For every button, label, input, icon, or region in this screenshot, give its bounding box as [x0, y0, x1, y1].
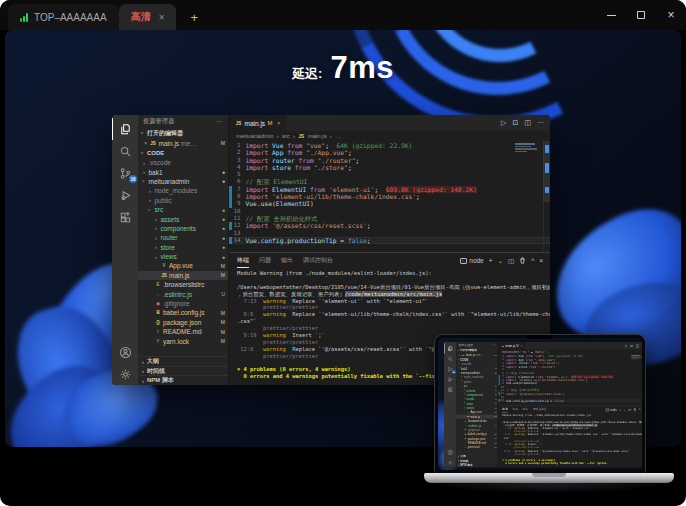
tree-item-assets[interactable]: ›assets● — [138, 214, 228, 223]
open-output-icon[interactable]: ⊡ — [513, 119, 519, 127]
breadcrumb[interactable]: meituanadmin › src › JS main.js › … — [498, 349, 642, 354]
run-file-icon[interactable]: ▷ — [625, 344, 628, 348]
source-control-icon[interactable]: 16 — [112, 162, 138, 184]
tree-item-main.js[interactable]: JSmain.jsM — [456, 414, 498, 418]
tab-debug-console[interactable]: 调试控制台 — [303, 253, 333, 268]
tree-item-public[interactable]: ›public — [456, 379, 498, 383]
tree-item-.vscode[interactable]: ›.vscode — [138, 158, 228, 167]
close-tab-icon[interactable]: × — [521, 344, 523, 347]
explorer-icon[interactable] — [444, 343, 456, 353]
open-output-icon[interactable]: ⊡ — [630, 344, 633, 348]
close-tab-icon[interactable]: × — [159, 12, 165, 23]
editor-tab-main-js[interactable]: JS main.js M × — [498, 342, 525, 349]
tree-item-assets[interactable]: ›assets● — [456, 388, 498, 392]
tree-item-.eslintrc.js[interactable]: ○.eslintrc.jsU — [456, 423, 498, 427]
tree-item-src[interactable]: ›src● — [138, 205, 228, 214]
terminal-dropdown-icon[interactable]: ⌄ — [498, 257, 503, 265]
tree-item-meituanadmin[interactable]: ›meituanadmin● — [456, 371, 498, 375]
close-editor-icon[interactable]: × — [144, 140, 148, 146]
tree-item-views[interactable]: ›views● — [138, 252, 228, 261]
new-tab-button[interactable]: + — [190, 11, 198, 24]
tree-item-App.vue[interactable]: VApp.vueM — [456, 410, 498, 414]
tree-item-yarn.lock[interactable]: Yyarn.lockM — [138, 336, 228, 345]
tree-item-node_modules[interactable]: ›node_modules — [456, 375, 498, 379]
tree-item-package.json[interactable]: {}package.jsonM — [456, 436, 498, 440]
split-editor-icon[interactable]: ◫ — [636, 344, 639, 348]
tree-item-.gitignore[interactable]: ◆.gitignore — [138, 299, 228, 308]
settings-gear-icon[interactable] — [112, 363, 138, 385]
run-debug-icon[interactable] — [112, 184, 138, 206]
minimize-button[interactable] — [596, 0, 626, 30]
tab-debug-console[interactable]: 调试控制台 — [533, 406, 547, 413]
tree-item-babel.config.js[interactable]: Bbabel.config.jsM — [456, 432, 498, 436]
search-icon[interactable] — [112, 140, 138, 162]
tree-item-router[interactable]: ›router● — [456, 397, 498, 401]
close-panel-icon[interactable]: × — [539, 257, 543, 264]
npm-scripts-section[interactable]: › NPM 脚本 — [456, 463, 498, 467]
account-icon[interactable] — [112, 341, 138, 363]
tree-item-meituanadmin[interactable]: ›meituanadmin● — [138, 177, 228, 186]
extensions-icon[interactable] — [112, 206, 138, 228]
split-terminal-icon[interactable]: ◫ — [628, 408, 631, 412]
tree-item-components[interactable]: ›components● — [138, 224, 228, 233]
new-terminal-icon[interactable]: + — [489, 257, 493, 264]
source-control-icon[interactable]: 16 — [444, 364, 456, 374]
tree-item-views[interactable]: ›views● — [456, 406, 498, 410]
tab-problems[interactable]: 问题 — [259, 253, 271, 268]
open-editors-section[interactable]: › 打开的编辑器 — [138, 128, 228, 138]
tree-item-store[interactable]: ›store● — [456, 401, 498, 405]
tree-item-README.md[interactable]: iREADME.mdM — [138, 327, 228, 336]
workspace-root[interactable]: › CODE — [138, 148, 228, 158]
tree-item-router[interactable]: ›router● — [138, 233, 228, 242]
tree-item-.browserslistrc[interactable]: E.browserslistrc — [138, 280, 228, 289]
workspace-root[interactable]: › CODE — [456, 357, 498, 362]
tree-item-public[interactable]: ›public — [138, 196, 228, 205]
close-window-button[interactable]: × — [656, 0, 686, 30]
search-icon[interactable] — [444, 354, 456, 364]
code-editor[interactable]: 1import Vue from "vue"; 64K (gzipped: 22… — [229, 141, 550, 252]
terminal-output[interactable]: Module Warning (from ./node_modules/esli… — [498, 413, 642, 467]
kill-terminal-icon[interactable] — [633, 408, 636, 412]
open-editor-main-js[interactable]: × JS main.js me… M — [456, 353, 498, 358]
timeline-section[interactable]: › 时间线 — [456, 459, 498, 463]
tree-item-.eslintrc.js[interactable]: ○.eslintrc.jsU — [138, 289, 228, 298]
explorer-more-icon[interactable]: ⋯ — [492, 343, 495, 347]
open-editors-section[interactable]: › 打开的编辑器 — [456, 348, 498, 353]
split-terminal-icon[interactable]: ◫ — [508, 257, 514, 265]
quality-tab[interactable]: 高清 × — [119, 4, 177, 30]
explorer-icon[interactable] — [112, 118, 138, 140]
tree-item-babel.config.js[interactable]: Bbabel.config.jsM — [138, 308, 228, 317]
maximize-panel-icon[interactable]: ^ — [531, 257, 534, 264]
maximize-button[interactable] — [626, 0, 656, 30]
timeline-section[interactable]: › 时间线 — [138, 366, 228, 376]
run-debug-icon[interactable] — [444, 374, 456, 384]
code-editor[interactable]: 1import Vue from "vue"; 64K (gzipped: 22… — [498, 354, 642, 406]
tree-item-.browserslistrc[interactable]: E.browserslistrc — [456, 419, 498, 423]
editor-scrollbar[interactable] — [543, 141, 550, 202]
tree-item-App.vue[interactable]: VApp.vueM — [138, 261, 228, 270]
open-editor-main-js[interactable]: × JS main.js me… M — [138, 138, 228, 148]
split-editor-icon[interactable]: ◫ — [524, 119, 531, 127]
close-tab-icon[interactable]: × — [277, 120, 281, 126]
shell-selector[interactable]: ›_ node — [460, 257, 483, 264]
maximize-panel-icon[interactable]: ^ — [639, 408, 640, 411]
minimap[interactable] — [515, 143, 541, 153]
extensions-icon[interactable] — [444, 384, 456, 394]
close-editor-icon[interactable]: × — [459, 354, 461, 357]
breadcrumb[interactable]: meituanadmin › src › JS main.js › … — [229, 131, 550, 141]
tab-terminal[interactable]: 终端 — [237, 253, 249, 268]
run-file-icon[interactable]: ▷ — [501, 119, 506, 127]
tree-item-main.js[interactable]: JSmain.jsM — [138, 271, 228, 280]
minimap[interactable] — [631, 355, 642, 360]
tree-item-store[interactable]: ›store● — [138, 243, 228, 252]
more-actions-icon[interactable]: ⋯ — [537, 119, 544, 127]
tree-item-.vscode[interactable]: ›.vscode — [456, 362, 498, 366]
outline-section[interactable]: › 大纲 — [138, 356, 228, 366]
kill-terminal-icon[interactable] — [519, 257, 526, 265]
tree-item-components[interactable]: ›components● — [456, 393, 498, 397]
tree-item-package.json[interactable]: {}package.jsonM — [138, 318, 228, 327]
tab-output[interactable]: 输出 — [523, 406, 529, 413]
tree-item-bak1[interactable]: ›bak1● — [456, 366, 498, 370]
settings-gear-icon[interactable] — [444, 457, 456, 467]
tree-item-node_modules[interactable]: ›node_modules — [138, 186, 228, 195]
